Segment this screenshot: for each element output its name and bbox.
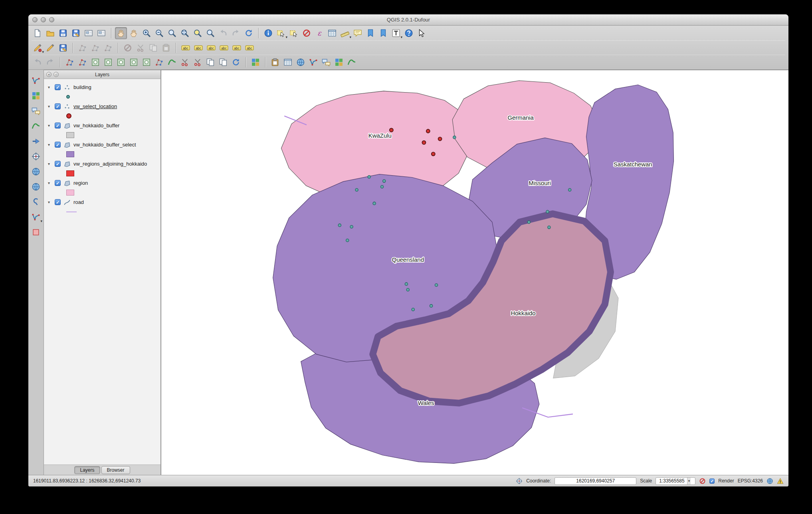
profile-tool-button[interactable] (346, 56, 358, 68)
osm-plugin-button[interactable] (30, 105, 42, 117)
layer-labeling-button[interactable] (180, 42, 192, 54)
pin-unpin-labels-button[interactable] (205, 42, 217, 54)
stop-render-icon[interactable] (699, 478, 706, 484)
layer-row-vw_hokkaido_buffer[interactable]: ▾✓vw_hokkaido_buffer (44, 121, 160, 130)
topology-button[interactable]: ▾ (30, 211, 42, 223)
building-point[interactable] (568, 188, 571, 191)
expand-triangle-icon[interactable]: ▾ (48, 181, 52, 185)
layer-visibility-checkbox[interactable]: ✓ (55, 199, 61, 205)
change-label-button[interactable] (244, 42, 255, 54)
layer-name[interactable]: region (73, 180, 88, 186)
text-annotation-button[interactable]: ▾ (390, 27, 402, 39)
pan-map-button[interactable] (115, 27, 127, 39)
copy-features-button[interactable] (147, 42, 159, 54)
zoom-last-button[interactable] (217, 27, 229, 39)
toggle-editing-button[interactable] (44, 42, 56, 54)
layer-visibility-checkbox[interactable]: ✓ (55, 180, 61, 186)
tab-layers[interactable]: Layers (74, 466, 100, 474)
building-point[interactable] (548, 226, 551, 229)
expand-triangle-icon[interactable]: ▾ (48, 104, 52, 109)
metasearch-button[interactable] (295, 56, 307, 68)
toggle-extents-icon[interactable] (516, 478, 523, 484)
delete-selected-button[interactable] (122, 42, 134, 54)
expand-triangle-icon[interactable]: ▾ (48, 123, 52, 128)
selected-location-point[interactable] (390, 128, 393, 132)
merge-attributes-button[interactable] (217, 56, 229, 68)
layer-visibility-checkbox[interactable]: ✓ (55, 142, 61, 148)
building-point[interactable] (527, 221, 530, 223)
composer-manager-button[interactable] (95, 27, 107, 39)
layer-name[interactable]: vw_select_location (73, 103, 117, 109)
openlayers-plugin-button[interactable] (30, 181, 42, 193)
zoom-next-button[interactable] (230, 27, 242, 39)
deselect-features-button[interactable] (288, 27, 300, 39)
new-print-composer-button[interactable] (83, 27, 95, 39)
building-point[interactable] (338, 224, 341, 227)
crs-status-icon[interactable] (766, 478, 773, 484)
selected-location-point[interactable] (422, 141, 426, 144)
layer-name[interactable]: vw_regions_adjoining_hokkaido (73, 161, 147, 167)
layer-name[interactable]: vw_hokkaido_buffer_select (73, 142, 136, 148)
building-point[interactable] (546, 210, 549, 213)
close-window-button[interactable] (32, 17, 38, 22)
merge-features-button[interactable] (204, 56, 216, 68)
building-point[interactable] (430, 304, 432, 307)
web-services-button[interactable] (30, 166, 42, 178)
panel-float-button[interactable]: ○ (53, 72, 59, 77)
split-features-button[interactable] (179, 56, 191, 68)
cut-features-button[interactable] (135, 42, 147, 54)
field-calculator-button[interactable] (313, 27, 325, 39)
selected-location-point[interactable] (432, 152, 435, 156)
layer-row-road[interactable]: ▾✓road (44, 197, 160, 207)
identify-features-button[interactable] (262, 27, 274, 39)
open-project-button[interactable] (44, 27, 56, 39)
grass-tools-button[interactable] (30, 120, 42, 132)
split-parts-button[interactable] (192, 56, 204, 68)
rotate-feature-button[interactable] (64, 56, 76, 68)
select-features-button[interactable]: ▾ (275, 27, 287, 39)
building-point[interactable] (405, 283, 408, 285)
building-point[interactable] (368, 176, 370, 178)
building-point[interactable] (350, 225, 353, 228)
paste-geometry-button[interactable] (269, 56, 281, 68)
building-point[interactable] (406, 288, 409, 291)
building-point[interactable] (383, 180, 386, 182)
save-project-button[interactable] (57, 27, 69, 39)
layer-visibility-checkbox[interactable]: ✓ (55, 161, 61, 167)
messages-icon[interactable] (777, 478, 784, 484)
selected-location-point[interactable] (438, 137, 442, 140)
building-point[interactable] (435, 284, 438, 287)
new-bookmark-button[interactable] (364, 27, 376, 39)
expand-triangle-icon[interactable]: ▾ (48, 200, 52, 204)
dock-widget-button[interactable] (30, 226, 42, 238)
building-point[interactable] (346, 239, 349, 242)
add-vector-layer-button[interactable] (30, 75, 42, 87)
layer-row-region[interactable]: ▾✓region (44, 178, 160, 188)
zoom-in-button[interactable] (141, 27, 152, 39)
raster-tools-button[interactable] (333, 56, 345, 68)
add-feature-button[interactable] (77, 42, 89, 54)
delete-ring-button[interactable] (128, 56, 140, 68)
redo-button[interactable] (44, 56, 56, 68)
panel-close-button[interactable]: × (46, 72, 51, 77)
layer-name[interactable]: building (73, 84, 91, 90)
building-point[interactable] (373, 202, 376, 205)
coordinate-capture-button[interactable] (30, 150, 42, 162)
layer-row-vw_regions_adjoining_hokkaido[interactable]: ▾✓vw_regions_adjoining_hokkaido (44, 159, 160, 169)
add-raster-layer-button[interactable] (30, 90, 42, 102)
interpolation-button[interactable] (30, 196, 42, 208)
map-canvas[interactable]: KwaZuluGermaniaSaskatchewanMissouriQueen… (161, 70, 788, 475)
rotate-label-button[interactable] (231, 42, 243, 54)
building-point[interactable] (453, 136, 456, 138)
layer-name[interactable]: road (73, 199, 84, 205)
coordinate-input[interactable]: 1620169,6940257 (555, 477, 636, 485)
move-label-button[interactable] (218, 42, 230, 54)
simplify-feature-button[interactable] (77, 56, 89, 68)
open-attribute-table-button[interactable] (326, 27, 338, 39)
layer-row-vw_select_location[interactable]: ▾✓vw_select_location (44, 101, 160, 111)
show-bookmarks-button[interactable] (377, 27, 389, 39)
selected-location-point[interactable] (426, 129, 430, 133)
whats-this-button[interactable] (416, 27, 428, 39)
layer-row-building[interactable]: ▾✓building (44, 82, 160, 92)
save-project-as-button[interactable] (70, 27, 82, 39)
